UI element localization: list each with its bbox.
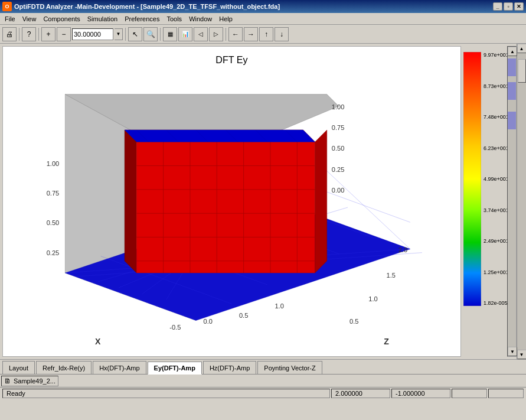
svg-text:1.0: 1.0: [368, 295, 377, 302]
menu-bar: File View Components Simulation Preferen…: [0, 13, 526, 25]
tab-hz-dft-amp[interactable]: Hz(DFT)-Amp: [203, 361, 256, 374]
grid-button1[interactable]: ▦: [163, 27, 177, 41]
zoom-cursor-button[interactable]: 🔍: [143, 27, 158, 41]
svg-text:0.0: 0.0: [203, 318, 212, 325]
window-controls: _ ▫ ✕: [493, 2, 524, 11]
sep1: [19, 28, 19, 41]
svg-text:0.5: 0.5: [239, 312, 248, 319]
nav-up-button[interactable]: ↑: [259, 27, 273, 41]
file-icon: 🗎: [4, 377, 11, 385]
svg-text:0.50: 0.50: [332, 145, 345, 152]
print-button[interactable]: 🖨: [2, 27, 17, 41]
zoom-out-button[interactable]: −: [57, 27, 71, 41]
menu-components[interactable]: Components: [40, 14, 83, 24]
status-coord2: -1.000000: [391, 389, 450, 398]
nav-right-button[interactable]: →: [244, 27, 258, 41]
close-button[interactable]: ✕: [514, 2, 524, 11]
nav-left-button[interactable]: ←: [228, 27, 243, 41]
minimize-button[interactable]: _: [493, 2, 502, 11]
scroll-down-button[interactable]: ▼: [517, 350, 527, 359]
sep4: [160, 28, 161, 41]
plot-area: DFT Ey: [2, 46, 461, 357]
svg-text:X: X: [95, 337, 101, 346]
svg-marker-21: [315, 130, 327, 273]
zoom-input[interactable]: [72, 28, 113, 40]
sep2: [38, 28, 39, 41]
tab-ey-dft-amp[interactable]: Ey(DFT)-Amp: [148, 362, 202, 375]
svg-text:0.00: 0.00: [332, 187, 345, 194]
colorbar-thumb3[interactable]: [508, 112, 516, 129]
title-bar: O OptiFDTD Analyzer -Main-Development - …: [0, 0, 526, 13]
svg-text:0.75: 0.75: [332, 124, 345, 131]
restore-button[interactable]: ▫: [504, 2, 513, 11]
shape-button1[interactable]: ◁: [194, 27, 208, 41]
svg-text:0.25: 0.25: [47, 249, 60, 256]
status-extra2: [488, 389, 524, 398]
colorbar-scrollbar[interactable]: ▲ ▼: [507, 46, 517, 357]
nav-down-button[interactable]: ↓: [275, 27, 289, 41]
main-scrollbar[interactable]: ▲ ▼: [517, 44, 526, 359]
colorbar-thumb1[interactable]: [508, 58, 516, 76]
svg-text:1.00: 1.00: [332, 103, 345, 110]
status-ready: Ready: [2, 389, 330, 398]
svg-marker-19: [125, 130, 136, 273]
colorbar-val-8: 1.82e-005: [483, 300, 509, 306]
svg-text:Z: Z: [384, 337, 389, 346]
colorbar-val-2: 7.48e+001: [483, 114, 509, 120]
grid-button2[interactable]: 📊: [178, 27, 192, 41]
colorbar-gradient: [463, 52, 481, 306]
svg-text:0.25: 0.25: [332, 166, 345, 173]
tab-layout[interactable]: Layout: [2, 361, 35, 374]
menu-preferences[interactable]: Preferences: [121, 14, 163, 24]
tab-poynting-z[interactable]: Poynting Vector-Z: [257, 361, 322, 374]
help-button[interactable]: ?: [22, 27, 36, 41]
svg-text:1.00: 1.00: [47, 160, 60, 167]
svg-text:0.75: 0.75: [47, 190, 60, 197]
tab-refr-idx[interactable]: Refr_Idx-Re(y): [36, 361, 92, 374]
tabs-bar: Layout Refr_Idx-Re(y) Hx(DFT)-Amp Ey(DFT…: [0, 359, 526, 374]
taskbar-file-item[interactable]: 🗎 Sample49_2...: [1, 376, 58, 386]
arrow-tool-button[interactable]: ↖: [128, 27, 142, 41]
colorbar-thumb2[interactable]: [508, 82, 516, 100]
colorbar-val-3: 6.23e+001: [483, 145, 509, 151]
colorbar-val-1: 8.73e+001: [483, 83, 509, 89]
colorbar-scroll-up[interactable]: ▲: [508, 47, 517, 56]
menu-file[interactable]: File: [1, 14, 19, 24]
colorbar-labels: 9.97e+001 8.73e+001 7.48e+001 6.23e+001 …: [481, 52, 509, 306]
sep3: [125, 28, 126, 41]
svg-text:1.5: 1.5: [387, 272, 396, 279]
plot-title: DFT Ey: [215, 54, 248, 65]
svg-text:0.5: 0.5: [349, 318, 358, 325]
zoom-in-button[interactable]: +: [41, 27, 55, 41]
status-coord1: 2.000000: [331, 389, 390, 398]
scroll-up-button[interactable]: ▲: [517, 44, 527, 53]
colorbar-val-7: 1.25e+001: [483, 269, 509, 275]
taskbar-filename: Sample49_2...: [14, 377, 55, 385]
menu-view[interactable]: View: [19, 14, 40, 24]
window-title: OptiFDTD Analyzer -Main-Development - [S…: [14, 3, 280, 10]
scroll-thumb[interactable]: [518, 59, 526, 83]
colorbar-panel: 9.97e+001 8.73e+001 7.48e+001 6.23e+001 …: [463, 46, 517, 357]
shape-button2[interactable]: ▷: [209, 27, 223, 41]
colorbar-scroll-down[interactable]: ▼: [508, 347, 517, 356]
svg-text:0.50: 0.50: [47, 219, 60, 226]
svg-text:1.0: 1.0: [275, 302, 283, 310]
menu-help[interactable]: Help: [215, 14, 236, 24]
zoom-dropdown-button[interactable]: ▼: [115, 28, 123, 40]
menu-window[interactable]: Window: [185, 14, 215, 24]
sep5: [226, 28, 226, 41]
app-icon: O: [2, 2, 12, 11]
toolbar: 🖨 ? + − ▼ ↖ 🔍 ▦ 📊 ◁ ▷ ← → ↑ ↓: [0, 25, 526, 44]
svg-marker-33: [125, 130, 315, 142]
colorbar-val-6: 2.49e+001: [483, 238, 509, 244]
svg-rect-59: [463, 52, 481, 306]
menu-simulation[interactable]: Simulation: [84, 14, 121, 24]
colorbar-val-0: 9.97e+001: [483, 52, 509, 58]
colorbar-val-4: 4.99e+001: [483, 176, 509, 182]
status-bar: Ready 2.000000 -1.000000: [0, 387, 526, 399]
menu-tools[interactable]: Tools: [163, 14, 185, 24]
svg-text:2.0: 2.0: [398, 246, 407, 253]
tab-hx-dft-amp[interactable]: Hx(DFT)-Amp: [93, 361, 146, 374]
svg-text:-0.5: -0.5: [169, 324, 181, 331]
scroll-track: [517, 53, 527, 350]
